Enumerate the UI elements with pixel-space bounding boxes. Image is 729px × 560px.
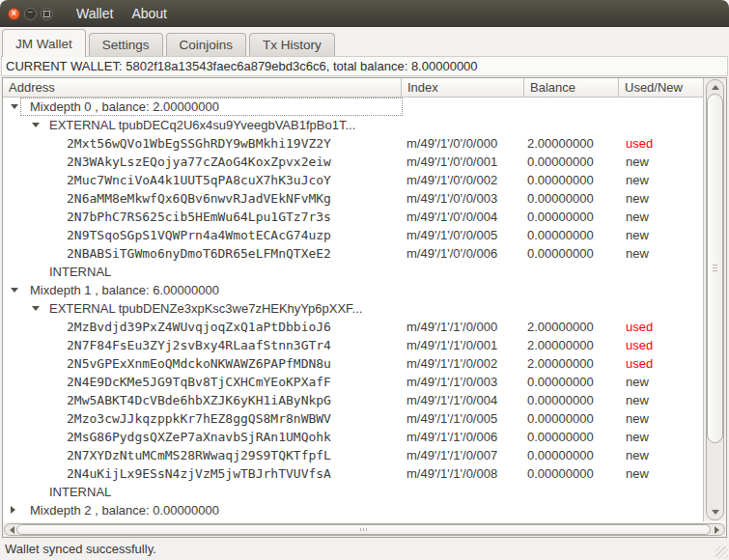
collapse-arrow-icon[interactable] (11, 288, 18, 293)
vertical-scrollbar-thumb[interactable] (707, 94, 723, 443)
column-header-used-new[interactable]: Used/New (619, 78, 703, 98)
index-cell: m/49'/1'/0'/0/005 (407, 226, 497, 244)
tree-group-row[interactable]: Mixdepth 0 , balance: 2.00000000 (3, 98, 703, 116)
tab-coinjoins[interactable]: Coinjoins (166, 33, 247, 56)
address-row[interactable]: 2Mzo3cwJJkqzppkKr7hEZ8ggQS8Mr8nWBWVm/49'… (3, 409, 703, 428)
tree-group-row[interactable]: EXTERNAL tpubDECq2U6x4su9YveegbVAB1fpBo1… (3, 116, 703, 134)
scroll-down-icon[interactable] (712, 510, 719, 515)
address-cell: 2N4E9DcKMe5JG9TqBv8TjCXHCmYEoKPXafF (67, 373, 331, 391)
tree-group-row[interactable]: INTERNAL (3, 483, 703, 501)
address-row[interactable]: 2Mw5ABKT4DcVBde6hbXZJK6yKH1iAByNkpGm/49'… (3, 391, 703, 409)
collapse-arrow-icon[interactable] (32, 123, 40, 127)
index-cell: m/49'/1'/1'/0/004 (407, 391, 497, 409)
balance-cell: 0.00000000 (527, 391, 594, 409)
index-cell: m/49'/1'/1'/0/000 (407, 318, 497, 336)
minimize-button[interactable]: − (24, 8, 37, 20)
address-cell: 2N4uKijLx9ESsN4zjVzM5jwTBJrhTVUVfsA (67, 464, 331, 483)
address-cell: 2Muc7WnciVoA4k1UUT5qPA8cuX7hK3uJcoY (67, 171, 331, 189)
address-row[interactable]: 2N3WAkyLszEQojya77cZAoG4KoxZpvx2eiwm/49'… (3, 153, 703, 171)
status-cell: new (626, 391, 649, 409)
menubar: Wallet About (76, 6, 167, 21)
address-cell: 2N7XYDzNtuMCmMS28RWwaqj29S9TQKTfpfL (67, 446, 331, 464)
address-row[interactable]: 2MsG86PydgsQXZeP7aXnavbSjRAn1UMQohkm/49'… (3, 428, 703, 446)
collapse-arrow-icon[interactable] (32, 306, 40, 311)
status-cell: new (626, 446, 649, 464)
address-row[interactable]: 2NBABSiTGWmo6nyDmoT6DR65eLFMnQTXeE2m/49'… (3, 244, 703, 263)
address-row[interactable]: 2MzBvdjd39PxZ4WUvqjoqZxQ1aPtDbbioJ6m/49'… (3, 318, 703, 336)
balance-cell: 0.00000000 (527, 208, 594, 226)
tree-group-row[interactable]: INTERNAL (3, 263, 703, 281)
index-cell: m/49'/1'/1'/0/003 (407, 373, 497, 391)
scrollbar-grip-icon (360, 528, 367, 531)
tab-bar: JM Wallet Settings Coinjoins Tx History (0, 27, 729, 56)
status-cell: used (626, 336, 653, 354)
group-label: EXTERNAL tpubDENZe3xpKsc3we7zHEKhyYp6pXX… (49, 299, 362, 318)
address-cell: 2Mzo3cwJJkqzppkKr7hEZ8ggQS8Mr8nWBWV (67, 409, 331, 428)
address-row[interactable]: 2N7F84FsEu3ZYj2svBxy4RLaafStnn3GTr4m/49'… (3, 336, 703, 354)
address-row[interactable]: 2N7bPhC7RS625cib5HEmWu64Lpu1GTz7r3sm/49'… (3, 208, 703, 226)
balance-cell: 2.00000000 (527, 336, 594, 354)
address-row[interactable]: 2N6aMM8eMkwfQx6QBv6nwvRJadVEkNFvMKgm/49'… (3, 189, 703, 208)
group-label: Mixdepth 1 , balance: 6.00000000 (30, 281, 219, 299)
wallet-window: × − Wallet About JM Wallet Settings Coin… (0, 0, 729, 560)
status-cell: new (626, 171, 649, 189)
status-cell: new (626, 409, 649, 428)
status-cell: used (626, 318, 653, 336)
tree-group-row[interactable]: Mixdepth 1 , balance: 6.00000000 (3, 281, 703, 299)
address-cell: 2N9TSqoSGpS1VQWPrn4a4WmotECAcG74uzp (67, 226, 331, 244)
tab-tx-history[interactable]: Tx History (249, 33, 335, 56)
address-cell: 2Mxt56wQVo1WbEgSSGhRDY9wBMkhi19VZ2Y (67, 134, 331, 153)
horizontal-scrollbar[interactable] (3, 522, 726, 537)
tab-jm-wallet[interactable]: JM Wallet (2, 29, 86, 57)
address-row[interactable]: 2Mxt56wQVo1WbEgSSGhRDY9wBMkhi19VZ2Ym/49'… (3, 134, 703, 153)
index-cell: m/49'/1'/1'/0/002 (407, 354, 497, 373)
status-cell: used (626, 134, 653, 153)
maximize-button[interactable] (41, 8, 53, 20)
address-row[interactable]: 2N7XYDzNtuMCmMS28RWwaqj29S9TQKTfpfLm/49'… (3, 446, 703, 464)
address-row[interactable]: 2N5vGPExXnmEoQMdckoNKWAWZ6PAPfMDN8um/49'… (3, 354, 703, 373)
address-row[interactable]: 2N9TSqoSGpS1VQWPrn4a4WmotECAcG74uzpm/49'… (3, 226, 703, 244)
scroll-up-icon[interactable] (712, 85, 719, 90)
tab-settings[interactable]: Settings (89, 33, 163, 56)
scroll-left-icon[interactable] (10, 526, 14, 534)
horizontal-scrollbar-thumb[interactable] (16, 524, 711, 535)
address-cell: 2MsG86PydgsQXZeP7aXnavbSjRAn1UMQohk (67, 428, 331, 446)
column-header-index[interactable]: Index (402, 78, 524, 98)
address-row[interactable]: 2Muc7WnciVoA4k1UUT5qPA8cuX7hK3uJcoYm/49'… (3, 171, 703, 189)
tree-viewport: Mixdepth 0 , balance: 2.00000000EXTERNAL… (3, 98, 703, 522)
column-header-balance[interactable]: Balance (524, 78, 619, 98)
menu-wallet[interactable]: Wallet (76, 6, 113, 21)
balance-cell: 0.00000000 (527, 409, 594, 428)
scrollbar-grip-icon (713, 265, 717, 273)
scroll-right-icon[interactable] (715, 526, 719, 534)
tree-header: Address Index Balance Used/New (3, 78, 703, 98)
address-cell: 2N7bPhC7RS625cib5HEmWu64Lpu1GTz7r3s (67, 208, 331, 226)
balance-cell: 0.00000000 (527, 373, 594, 391)
balance-cell: 0.00000000 (527, 428, 594, 446)
address-row[interactable]: 2N4E9DcKMe5JG9TqBv8TjCXHCmYEoKPXafFm/49'… (3, 373, 703, 391)
vertical-scrollbar[interactable] (703, 78, 726, 521)
status-bar: Wallet synced successfully. (0, 538, 729, 560)
index-cell: m/49'/1'/1'/0/005 (407, 409, 497, 428)
group-label: Mixdepth 2 , balance: 0.00000000 (30, 501, 219, 519)
expand-arrow-icon[interactable] (11, 506, 15, 514)
index-cell: m/49'/1'/0'/0/003 (407, 189, 497, 208)
close-button[interactable]: × (8, 8, 20, 20)
address-row[interactable]: 2N4uKijLx9ESsN4zjVzM5jwTBJrhTVUVfsAm/49'… (3, 464, 703, 483)
menu-about[interactable]: About (131, 6, 167, 21)
tree-group-row[interactable]: Mixdepth 2 , balance: 0.00000000 (3, 501, 703, 519)
horizontal-scrollbar-track[interactable] (4, 523, 725, 536)
group-label: EXTERNAL tpubDECq2U6x4su9YveegbVAB1fpBo1… (49, 116, 355, 134)
status-cell: new (626, 226, 649, 244)
column-header-address[interactable]: Address (3, 78, 402, 98)
status-cell: new (626, 153, 649, 171)
tree-group-row[interactable]: EXTERNAL tpubDENZe3xpKsc3we7zHEKhyYp6pXX… (3, 299, 703, 318)
index-cell: m/49'/1'/1'/0/001 (407, 336, 497, 354)
balance-cell: 0.00000000 (527, 189, 594, 208)
address-cell: 2N7F84FsEu3ZYj2svBxy4RLaafStnn3GTr4 (67, 336, 331, 354)
titlebar[interactable]: × − Wallet About (0, 0, 729, 27)
resize-grip[interactable] (715, 546, 728, 559)
vertical-scrollbar-track[interactable] (706, 79, 724, 520)
address-cell: 2Mw5ABKT4DcVBde6hbXZJK6yKH1iAByNkpG (67, 391, 331, 409)
collapse-arrow-icon[interactable] (11, 104, 18, 109)
